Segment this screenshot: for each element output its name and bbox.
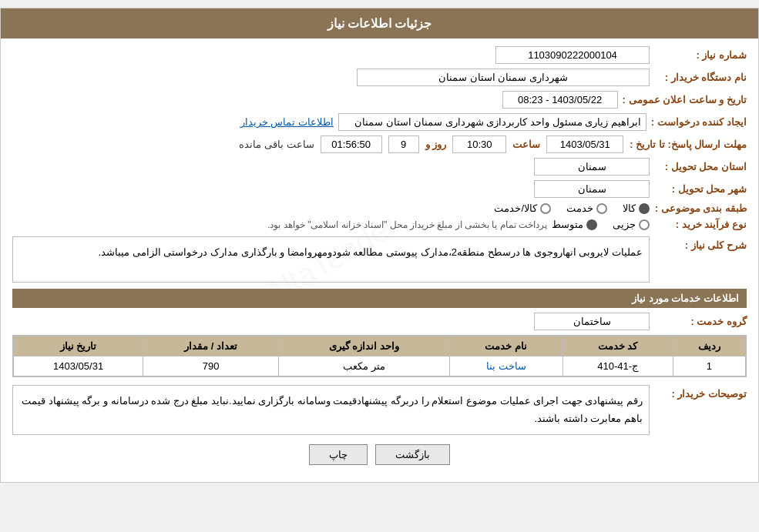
process-note: پرداخت تمام یا بخشی از مبلغ خریداز محل "… [267, 219, 547, 230]
table-cell: 790 [143, 356, 279, 376]
table-cell: 1 [673, 356, 745, 376]
category-khedmat-item[interactable]: خدمت [566, 202, 607, 214]
process-jozi-item[interactable]: جزیی [613, 219, 650, 230]
reply-date: 1403/05/31 [546, 136, 623, 153]
print-button[interactable]: چاپ [309, 444, 368, 465]
button-row: بازگشت چاپ [12, 444, 747, 465]
service-info-header: اطلاعات خدمات مورد نیاز [12, 289, 747, 308]
reply-deadline-label: مهلت ارسال پاسخ: تا تاریخ : [630, 139, 747, 150]
category-kala-khedmat-item[interactable]: کالا/خدمت [494, 202, 551, 214]
service-group-label: گروه خدمت : [654, 316, 747, 327]
col-date: تاریخ نیاز [14, 336, 143, 356]
need-number-label: شماره نیاز : [654, 49, 747, 61]
creator-label: ایجاد کننده درخواست : [651, 116, 747, 128]
category-radio-group: کالا خدمت کالا/خدمت [494, 202, 650, 214]
col-code: کد خدمت [563, 336, 673, 356]
process-jozi-radio[interactable] [639, 219, 650, 230]
col-qty: تعداد / مقدار [143, 336, 279, 356]
description-box: AltaTender عملیات لایروبی انهاروجوی ها د… [12, 236, 650, 283]
description-value: عملیات لایروبی انهاروجوی ها درسطح منطقه2… [99, 246, 643, 258]
process-jozi-label: جزیی [613, 219, 636, 230]
reply-remain: 01:56:50 [321, 136, 382, 153]
province-label: استان محل تحویل : [654, 161, 747, 172]
category-kala-radio[interactable] [639, 203, 650, 214]
services-table-container: ردیف کد خدمت نام خدمت واحد اندازه گیری ت… [12, 335, 747, 377]
process-label: نوع فرآیند خرید : [654, 219, 747, 230]
process-motavaset-radio[interactable] [586, 219, 597, 230]
category-kala-khedmat-label: کالا/خدمت [494, 202, 537, 214]
category-kala-item[interactable]: کالا [623, 202, 650, 214]
table-cell: ساخت بنا [449, 356, 563, 376]
need-number-value: 1103090222000104 [495, 46, 650, 64]
buyer-org-value: شهرداری سمنان استان سمنان [357, 69, 650, 86]
reply-day-label: روز و [425, 139, 447, 150]
creator-value: ابراهیم زیاری مسئول واحد کاربردازی شهردا… [338, 113, 646, 131]
process-motavaset-item[interactable]: متوسط [552, 219, 597, 230]
announcement-label: تاریخ و ساعت اعلان عمومی : [623, 94, 747, 105]
buyer-note-box: رقم پیشنهادی جهت اجرای عملیات موضوع استع… [12, 385, 650, 435]
back-button[interactable]: بازگشت [375, 444, 450, 465]
contact-link[interactable]: اطلاعات تماس خریدار [240, 116, 334, 128]
table-row: 1ج-41-410ساخت بنامتر مکعب7901403/05/31 [14, 356, 746, 376]
city-value: سمنان [534, 180, 650, 198]
col-row: ردیف [673, 336, 745, 356]
reply-time-label: ساعت [512, 139, 540, 150]
buyer-note-value: رقم پیشنهادی جهت اجرای عملیات موضوع استع… [22, 395, 643, 424]
category-label: طبقه بندی موضوعی : [654, 202, 747, 214]
services-table: ردیف کد خدمت نام خدمت واحد اندازه گیری ت… [13, 336, 746, 376]
description-label: شرح کلی نیاز : [654, 236, 747, 251]
category-khedmat-label: خدمت [566, 202, 593, 214]
table-cell: متر مکعب [279, 356, 450, 376]
table-cell: ج-41-410 [563, 356, 673, 376]
col-name: نام خدمت [449, 336, 563, 356]
header-title: جزئیات اطلاعات نیاز [327, 17, 432, 30]
service-group-value: ساختمان [534, 313, 650, 330]
category-kala-label: کالا [623, 202, 636, 214]
category-kala-khedmat-radio[interactable] [540, 203, 551, 214]
province-value: سمنان [534, 158, 650, 176]
process-motavaset-label: متوسط [552, 219, 583, 230]
buyer-org-label: نام دستگاه خریدار : [654, 72, 747, 83]
category-khedmat-radio[interactable] [596, 203, 607, 214]
reply-days: 9 [388, 136, 419, 153]
process-radio-group: جزیی متوسط [552, 219, 650, 230]
reply-time: 10:30 [452, 136, 506, 153]
announcement-value: 1403/05/22 - 08:23 [502, 91, 618, 109]
reply-remain-label: ساعت باقی مانده [239, 139, 314, 150]
page-header: جزئیات اطلاعات نیاز [1, 8, 758, 38]
city-label: شهر محل تحویل : [654, 183, 747, 195]
table-cell: 1403/05/31 [14, 356, 143, 376]
col-unit: واحد اندازه گیری [279, 336, 450, 356]
buyer-note-label: توصیحات خریدار : [654, 385, 747, 400]
